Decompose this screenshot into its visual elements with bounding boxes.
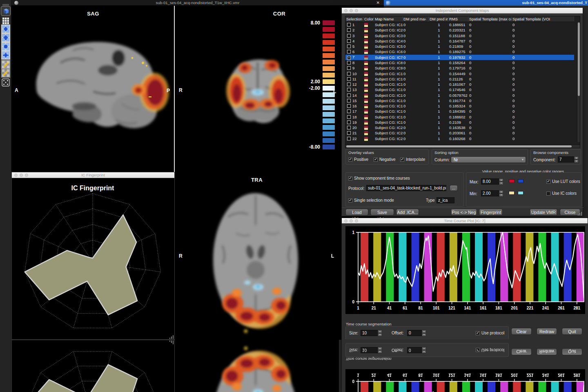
table-row[interactable]: 11 Subject CG: IC1101 0.2112600 (345, 76, 574, 82)
max-spinner[interactable]: 8.00 ▲▼ (481, 178, 503, 185)
spin-up-icon[interactable]: ▲ (422, 330, 426, 333)
sort-column-dropdown[interactable]: Nr ▼ (451, 156, 526, 163)
vmr-titlebar[interactable]: sub-01_ses-04_acq-nondistorted_T1w_IIHC.… (11, 0, 384, 6)
fingerprint-titlebar[interactable]: IC Fingerprint (12, 172, 174, 178)
use-lut-checkbox[interactable]: ✓ (546, 180, 550, 184)
view-3d-cube-icon[interactable] (1, 7, 10, 16)
spin-down-icon[interactable]: ▼ (574, 160, 579, 163)
column-header[interactable]: Spatial Template (max corr (468, 16, 512, 22)
multi-slice-icon[interactable] (1, 51, 10, 60)
column-header[interactable]: DM pred ma› (403, 16, 429, 22)
table-row[interactable]: 13 Subject CG: IC1301 0.17454600 (345, 87, 574, 92)
use-protocol-checkbox[interactable]: ✓ (476, 331, 480, 335)
tra-slices-icon[interactable] (1, 42, 10, 51)
offset-value[interactable]: 0 (407, 330, 422, 336)
component-table[interactable]: SelectionColorMap NameDM pred ma›DM pred… (345, 16, 580, 148)
table-row[interactable]: 6 Subject CG: IC601 0.18927500 (345, 49, 574, 54)
add-ica-button[interactable]: Add .ICA... (396, 209, 419, 216)
table-row[interactable]: 20 Subject CG: IC2001 0.16353800 (345, 125, 574, 130)
positive-color-swatch-2[interactable] (518, 179, 523, 183)
spin-up-icon[interactable]: ▲ (499, 190, 503, 194)
protocol-field[interactable]: sub-01_ses-04_task-blocked_run-1_bold.pr… (366, 185, 446, 191)
ic-maps-titlebar[interactable]: Independent Component Maps (342, 8, 583, 13)
draw-pen-icon[interactable] (1, 60, 10, 69)
background-window-titlebar[interactable]: sub-01_ses-04_acq-nondistorted_T (384, 0, 588, 6)
column-header[interactable]: Spatial Template (VOI (512, 16, 574, 22)
save-ica-button[interactable]: Save .ICA... (370, 209, 394, 216)
component-value[interactable]: 7 (558, 156, 574, 163)
negative-color-swatch-2[interactable] (518, 191, 523, 195)
spin-up-icon[interactable]: ▲ (574, 156, 579, 160)
negative-color-swatch-1[interactable] (509, 191, 514, 195)
table-row[interactable]: 22 Subject CG: IC2201 0.16026800 (345, 136, 574, 141)
min-spinner[interactable]: 2.00 ▲▼ (481, 190, 503, 196)
redraw-button[interactable]: Redraw (537, 328, 557, 335)
load-ica-button[interactable]: Load .ICA... (345, 209, 368, 216)
protocol-browse-button[interactable]: ... (450, 185, 458, 191)
size-spinner[interactable]: 10 ▲▼ (361, 330, 382, 336)
pos-neg-button[interactable]: Pos <-> Neg (451, 209, 477, 216)
size-value[interactable]: 10 (361, 330, 378, 336)
column-header[interactable]: RMS (448, 16, 468, 22)
table-row[interactable]: 17 Subject CG: IC1701 0.18439500 (345, 109, 574, 114)
min-value[interactable]: 2.00 (481, 190, 499, 196)
spin-up-icon[interactable]: ▲ (499, 178, 503, 182)
draw-pen-2-icon[interactable] (1, 69, 10, 78)
component-spinner[interactable]: 7 ▲▼ (558, 156, 579, 163)
column-header[interactable]: DM pred inde› (429, 16, 448, 22)
spin-down-icon[interactable]: ▼ (378, 333, 382, 336)
time-course-plot[interactable]: 1012141618110112114116118120122124126128… (345, 226, 585, 314)
spin-down-icon[interactable]: ▼ (499, 194, 503, 197)
table-row[interactable]: +7 Subject CG: IC701 0.19783200 (345, 55, 574, 60)
cor-slices-icon[interactable] (1, 33, 10, 42)
column-header[interactable]: Selection (345, 16, 363, 22)
table-row[interactable]: 15 Subject CG: IC1501 0.19177400 (345, 98, 574, 103)
table-row[interactable]: 1 Subject CG: IC101 0.18865100 (345, 22, 574, 27)
update-vmr-button[interactable]: Update VMR (530, 209, 557, 216)
column-header[interactable]: Map Name (374, 16, 403, 22)
grid-view-icon[interactable] (1, 16, 10, 25)
table-row[interactable]: 14 Subject CG: IC1401 0.057976200 (345, 92, 574, 98)
window-handle-icon[interactable] (1, 1, 10, 4)
resize-grip-icon[interactable] (577, 212, 582, 216)
interpolate-checkbox[interactable]: ✓ (400, 158, 404, 162)
spin-down-icon[interactable]: ▼ (499, 182, 503, 185)
table-row[interactable]: 9 Subject CG: IC901 0.17971600 (345, 65, 574, 71)
table-row[interactable]: 19 Subject CG: IC1901 0.210900 (345, 120, 574, 125)
use-ic-checkbox[interactable] (546, 192, 550, 196)
spin-up-icon[interactable]: ▲ (378, 330, 382, 333)
table-header[interactable]: SelectionColorMap NameDM pred ma›DM pred… (345, 16, 574, 22)
table-rows[interactable]: 1 Subject CG: IC101 0.18865100 2 Subject… (345, 22, 574, 142)
dice-icon[interactable] (1, 78, 10, 87)
max-value[interactable]: 8.00 (481, 178, 499, 185)
table-row[interactable]: 5 Subject CG: IC501 0.2180900 (345, 44, 574, 49)
close-icon[interactable]: ✕ (376, 0, 380, 6)
positive-checkbox[interactable]: ✓ (348, 158, 352, 162)
clear-button[interactable]: Clear (511, 328, 532, 335)
quit-button[interactable]: Quit (562, 328, 582, 335)
table-row[interactable]: 21 Subject CG: IC2101 0.20306100 (345, 130, 574, 136)
table-row[interactable]: 4 Subject CG: IC401 0.16478700 (345, 38, 574, 44)
table-row[interactable]: 2 Subject CG: IC201 0.22032100 (345, 27, 574, 33)
table-row[interactable]: 8 Subject CG: IC801 0.15826400 (345, 60, 574, 65)
positive-color-swatch-1[interactable] (509, 179, 514, 183)
sag-slices-icon[interactable] (1, 24, 10, 33)
fingerprint-button[interactable]: Fingerprint (479, 209, 503, 216)
fingerprint-plot[interactable]: IC Fingerprint (12, 178, 174, 339)
single-selection-checkbox[interactable]: ✓ (348, 198, 352, 203)
table-row[interactable]: 18 Subject CG: IC1801 0.18860200 (345, 114, 574, 120)
spin-down-icon[interactable]: ▼ (422, 333, 426, 336)
negative-checkbox[interactable]: ✓ (374, 158, 378, 162)
table-row[interactable]: 16 Subject CG: IC1601 0.18532400 (345, 103, 574, 109)
show-time-courses-checkbox[interactable]: ✓ (348, 176, 352, 180)
sag-view[interactable]: SAG A P (11, 6, 174, 172)
column-header[interactable]: Color (363, 16, 374, 22)
horizontal-scrollbar[interactable] (345, 145, 580, 148)
table-row[interactable]: 3 Subject CG: IC301 0.15118800 (345, 33, 574, 38)
table-row[interactable]: 12 Subject CG: IC1201 0.18106700 (345, 82, 574, 87)
offset-spinner[interactable]: 0 ▲▼ (407, 330, 426, 336)
tra-view[interactable]: TRA R L (175, 172, 339, 340)
vertical-scrollbar[interactable] (577, 22, 580, 142)
time-course-titlebar[interactable]: Time Course Plot [IC: 7] (342, 218, 588, 224)
resize-grip-icon[interactable] (169, 335, 174, 339)
